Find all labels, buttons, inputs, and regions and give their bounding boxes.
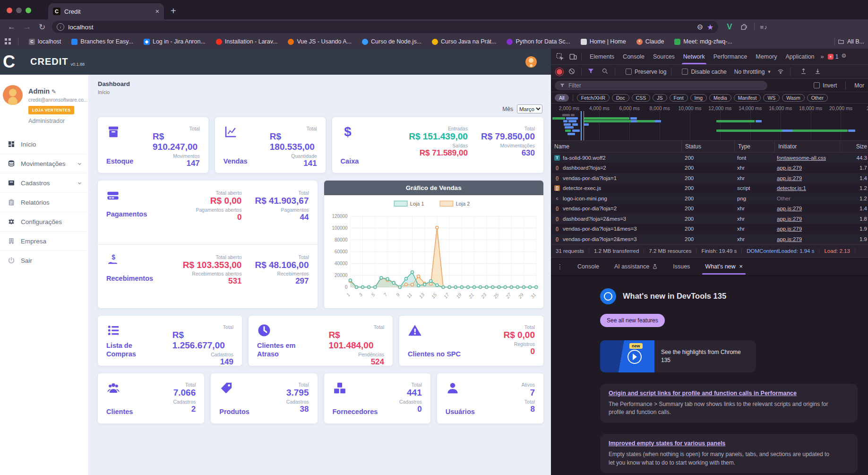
invert-filter-checkbox[interactable]: Invert xyxy=(814,82,837,89)
request-name-cell[interactable]: Tfa-solid-900.woff2 xyxy=(551,153,681,163)
error-badge[interactable]: ×1 xyxy=(828,53,839,60)
request-initiator-cell[interactable]: app.js:279 xyxy=(773,204,838,214)
filter-chip-all[interactable]: All xyxy=(555,94,569,102)
network-filter-input[interactable]: Filter xyxy=(555,81,767,90)
forward-icon[interactable]: → xyxy=(23,22,31,32)
more-tabs-icon[interactable]: » xyxy=(819,53,826,60)
network-request-row[interactable]: {}vendas-por-dia?loja=1&mes=3200xhrapp.j… xyxy=(551,224,868,234)
request-name-cell[interactable]: {}vendas-por-dia?loja=2 xyxy=(551,204,681,214)
card-vendas[interactable]: VendasTotalR$ 180.535,00Quantidade141 xyxy=(215,117,326,173)
bookmark-star-icon[interactable]: ★ xyxy=(707,23,713,32)
request-initiator-cell[interactable]: app.js:279 xyxy=(773,173,838,183)
request-name-cell[interactable]: {}dashboard?loja=2&mes=3 xyxy=(551,214,681,224)
new-tab-button[interactable]: + xyxy=(171,6,176,17)
initiator-link[interactable]: detector.js:1 xyxy=(777,185,806,191)
edit-profile-icon[interactable]: ✎ xyxy=(52,88,56,95)
bookmark-item[interactable]: Vue JS - Usando A... xyxy=(288,38,352,45)
card-estoque[interactable]: EstoqueTotalR$ 910.247,00Movimentos147 xyxy=(98,117,208,173)
devtools-tab-performance[interactable]: Performance xyxy=(709,49,752,64)
month-select[interactable]: Março xyxy=(517,104,542,113)
bookmark-item[interactable]: ◆Log in - Jira Anron... xyxy=(144,38,206,45)
network-request-row[interactable]: {}vendas-por-dia?loja=2200xhrapp.js:2791… xyxy=(551,204,868,214)
filter-chip-manifest[interactable]: Manifest xyxy=(734,94,761,102)
column-header-status[interactable]: Status xyxy=(682,141,735,152)
sidebar-item-relatorios[interactable]: Relatórios xyxy=(0,192,88,212)
see-all-features-button[interactable]: See all new features xyxy=(600,314,665,327)
more-filters-label[interactable]: Mor xyxy=(854,82,864,89)
initiator-link[interactable]: app.js:279 xyxy=(777,206,802,211)
initiator-link[interactable]: app.js:279 xyxy=(777,165,802,171)
column-header-initiator[interactable]: Initiator xyxy=(775,141,840,152)
devtools-tab-elements[interactable]: Elements xyxy=(585,49,619,64)
bookmark-item[interactable]: Installation - Larav... xyxy=(216,38,278,45)
section-title-link[interactable]: Origin and script links for profile and … xyxy=(609,390,849,397)
vue-devtools-extension-icon[interactable]: V xyxy=(727,22,732,32)
browser-tab[interactable]: C Credit × xyxy=(48,3,164,19)
network-request-row[interactable]: {}dashboard?loja=2200xhrapp.js:2791.7 xyxy=(551,163,868,173)
bookmark-item[interactable]: Branches for Easy... xyxy=(71,38,133,45)
request-initiator-cell[interactable]: app.js:279 xyxy=(773,163,838,173)
card-caixa[interactable]: $CaixaEntradasR$ 151.439,00SaídasR$ 71.5… xyxy=(332,117,543,173)
card-clientes-no-spc[interactable]: Clientes no SPCTotalR$ 0,00Registros0 xyxy=(399,316,543,366)
sidebar-item-sair[interactable]: Sair xyxy=(0,250,88,270)
sidebar-item-empresa[interactable]: Empresa xyxy=(0,231,88,250)
initiator-link[interactable]: app.js:279 xyxy=(777,236,802,242)
back-icon[interactable]: ← xyxy=(8,22,16,32)
sidebar-item-movimentacoes[interactable]: Movimentações xyxy=(0,154,88,173)
request-initiator-cell[interactable]: Other xyxy=(773,193,838,204)
request-initiator-cell[interactable]: detector.js:1 xyxy=(773,183,838,194)
site-info-icon[interactable]: i xyxy=(57,23,64,31)
request-initiator-cell[interactable]: app.js:279 xyxy=(773,234,838,244)
request-name-cell[interactable]: {}vendas-por-dia?loja=1 xyxy=(551,173,681,183)
initiator-link[interactable]: app.js:279 xyxy=(777,216,802,222)
drawer-tab-issues[interactable]: Issues xyxy=(665,258,697,276)
filter-chip-js[interactable]: JS xyxy=(653,94,667,102)
network-conditions-icon[interactable] xyxy=(777,68,785,76)
request-name-cell[interactable]: {}dashboard?loja=2 xyxy=(551,163,681,173)
network-request-row[interactable]: Tfa-solid-900.woff2200fontfontawesome-al… xyxy=(551,153,868,163)
card-clientes[interactable]: ClientesTotal7.066Cadastros2 xyxy=(98,373,204,423)
request-initiator-cell[interactable]: fontawesome-all.css xyxy=(773,153,838,163)
clear-network-log-icon[interactable] xyxy=(568,68,576,76)
disable-cache-checkbox[interactable]: Disable cache xyxy=(682,69,726,75)
all-bookmarks-folder[interactable]: All B... xyxy=(828,35,864,49)
reload-icon[interactable]: ↻ xyxy=(39,22,45,32)
sidebar-item-configuracoes[interactable]: Configurações xyxy=(0,212,88,231)
request-initiator-cell[interactable]: app.js:279 xyxy=(773,214,838,224)
settings-gear-icon[interactable]: ⚙ xyxy=(841,52,850,61)
minimize-window-button[interactable] xyxy=(16,8,22,13)
drawer-tab-aiassistance[interactable]: AI assistance xyxy=(607,258,665,276)
highlights-card[interactable]: new See the highlights from Chrome 135 xyxy=(600,340,756,372)
card-lista-de-compras[interactable]: Lista de ComprasTotalR$ 1.256.677,00Cada… xyxy=(98,316,242,366)
network-overview-timeline[interactable]: 2,000 ms4,000 ms6,000 ms8,000 ms10,000 m… xyxy=(551,104,868,141)
drawer-menu-icon[interactable]: ⋮ xyxy=(557,263,563,270)
drawer-tab-console[interactable]: Console xyxy=(570,258,607,276)
close-window-button[interactable] xyxy=(7,8,12,13)
filter-chip-css[interactable]: CSS xyxy=(632,94,651,102)
initiator-link[interactable]: app.js:279 xyxy=(777,175,802,181)
filter-chip-font[interactable]: Font xyxy=(670,94,688,102)
bookmark-item[interactable]: Curso Java na Prát... xyxy=(432,38,496,45)
initiator-link[interactable]: app.js:279 xyxy=(777,226,802,232)
filter-chip-ws[interactable]: WS xyxy=(763,94,780,102)
export-har-icon[interactable] xyxy=(814,68,823,76)
import-har-icon[interactable] xyxy=(800,68,808,76)
filter-chip-doc[interactable]: Doc xyxy=(612,94,629,102)
request-name-cell[interactable]: {}vendas-por-dia?loja=1&mes=3 xyxy=(551,224,681,234)
preserve-log-checkbox[interactable]: Preserve log xyxy=(626,69,666,75)
window-controls[interactable] xyxy=(0,8,38,19)
card-usua-rios[interactable]: UsuáriosAtivos7Total8 xyxy=(437,373,543,423)
reading-list-icon[interactable]: ≡♪ xyxy=(760,24,768,31)
card-clientes-em-atraso[interactable]: Clientes em AtrasoTotalR$ 101.484,00Pend… xyxy=(249,316,393,366)
device-toolbar-icon[interactable] xyxy=(569,52,577,61)
close-tab-icon[interactable]: × xyxy=(739,263,743,270)
devtools-tab-memory[interactable]: Memory xyxy=(751,49,781,64)
column-header-size[interactable]: Size xyxy=(840,141,868,152)
card-produtos[interactable]: ProdutosTotal3.795Cadastros38 xyxy=(211,373,317,423)
devtools-tab-sources[interactable]: Sources xyxy=(649,49,679,64)
bookmark-item[interactable]: Curso de Node.js... xyxy=(362,38,421,45)
filter-chip-other[interactable]: Other xyxy=(807,94,828,102)
sidebar-item-cadastros[interactable]: Cadastros xyxy=(0,173,88,192)
address-bar[interactable]: i localhost ⊝ ★ xyxy=(52,21,718,33)
section-recebimentos[interactable]: $RecebimentosTotal abertoR$ 103.353,00Re… xyxy=(98,244,318,309)
